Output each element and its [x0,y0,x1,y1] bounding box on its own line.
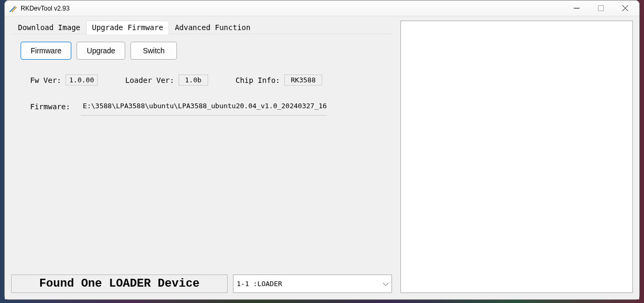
tab-download-image[interactable]: Download Image [12,21,86,34]
device-select-value: 1-1 :LOADER [237,280,282,288]
loader-ver-label: Loader Ver: [125,76,174,84]
app-window: RKDevTool v2.93 Download Image Upgrad [4,0,640,300]
firmware-path-field[interactable]: E:\3588\LPA3588\ubuntu\LPA3588_ubuntu20.… [81,100,327,116]
minimize-button[interactable] [564,1,589,16]
tab-upgrade-firmware[interactable]: Upgrade Firmware [86,21,169,34]
status-text: Found One LOADER Device [39,277,200,290]
tab-row: Download Image Upgrade Firmware Advanced… [11,21,392,34]
firmware-path-row: Firmware: E:\3588\LPA3588\ubuntu\LPA3588… [21,100,382,116]
tab-content-upgrade: Firmware Upgrade Switch Fw Ver: 1.0.00 L… [11,34,392,271]
svg-point-0 [14,6,16,7]
chevron-down-icon [383,280,388,288]
action-button-row: Firmware Upgrade Switch [21,42,382,60]
window-title: RKDevTool v2.93 [21,5,70,12]
firmware-label: Firmware: [30,100,70,111]
app-icon [9,4,17,13]
fw-ver-value: 1.0.00 [66,74,98,86]
loader-ver-value: 1.0b [179,74,208,86]
svg-rect-2 [598,6,603,11]
chip-info-label: Chip Info: [236,76,280,84]
close-button[interactable] [613,1,637,16]
window-controls [564,1,637,16]
fw-ver-label: Fw Ver: [30,76,61,84]
upgrade-button[interactable]: Upgrade [77,42,125,60]
maximize-button[interactable] [589,1,613,16]
device-select[interactable]: 1-1 :LOADER [233,274,392,293]
tab-advanced-function[interactable]: Advanced Function [169,21,256,34]
firmware-button[interactable]: Firmware [21,42,71,60]
status-box: Found One LOADER Device [11,274,228,293]
status-row: Found One LOADER Device 1-1 :LOADER [11,274,392,293]
left-panel: Download Image Upgrade Firmware Advanced… [11,21,392,293]
chip-info-value: RK3588 [284,74,322,86]
log-panel[interactable] [400,21,633,293]
titlebar[interactable]: RKDevTool v2.93 [5,1,639,16]
client-area: Download Image Upgrade Firmware Advanced… [5,16,639,299]
info-row: Fw Ver: 1.0.00 Loader Ver: 1.0b Chip Inf… [21,74,382,86]
switch-button[interactable]: Switch [130,42,177,60]
